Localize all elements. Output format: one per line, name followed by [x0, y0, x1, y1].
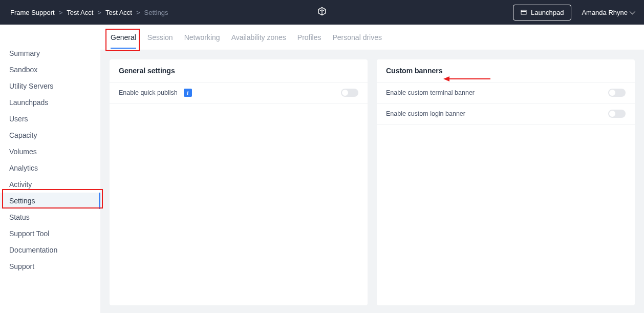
user-menu[interactable]: Amanda Rhyne	[582, 9, 634, 16]
row-label-text: Enable custom terminal banner	[386, 89, 475, 96]
breadcrumb-item-1[interactable]: Test Acct	[67, 9, 93, 16]
launchpad-label: Launchpad	[531, 9, 564, 16]
content-area: Summary Sandbox Utility Servers Launchpa…	[0, 25, 644, 313]
toggle-knob	[342, 90, 348, 96]
tabs: General Session Networking Availability …	[100, 25, 644, 50]
toggle-knob	[609, 90, 615, 96]
info-icon[interactable]: i	[184, 89, 192, 97]
tab-general[interactable]: General	[111, 26, 136, 49]
sidebar-item-capacity[interactable]: Capacity	[0, 127, 100, 143]
tab-personal-drives[interactable]: Personal drives	[332, 26, 382, 49]
panel-title: General settings	[119, 67, 175, 75]
svg-rect-0	[521, 10, 526, 14]
sidebar-item-documentation[interactable]: Documentation	[0, 242, 100, 258]
breadcrumb: Frame Support > Test Acct > Test Acct > …	[10, 9, 513, 16]
sidebar-item-users[interactable]: Users	[0, 111, 100, 127]
main-content: General Session Networking Availability …	[100, 25, 644, 313]
tab-availability-zones[interactable]: Availability zones	[231, 26, 286, 49]
panels: General settings Enable quick publish i …	[100, 50, 644, 313]
sidebar-item-support[interactable]: Support	[0, 258, 100, 275]
custom-banners-panel: Custom banners Enable custom terminal ba…	[377, 59, 635, 305]
breadcrumb-separator: >	[97, 9, 101, 16]
top-header: Frame Support > Test Acct > Test Acct > …	[0, 0, 644, 25]
general-settings-panel: General settings Enable quick publish i	[110, 59, 368, 305]
enable-custom-login-banner-toggle[interactable]	[608, 110, 626, 118]
tab-networking[interactable]: Networking	[184, 26, 220, 49]
row-label: Enable quick publish i	[119, 89, 192, 97]
sidebar-item-volumes[interactable]: Volumes	[0, 143, 100, 160]
sidebar-item-support-tool[interactable]: Support Tool	[0, 225, 100, 242]
sidebar-item-summary[interactable]: Summary	[0, 45, 100, 61]
enable-quick-publish-toggle[interactable]	[341, 89, 358, 97]
chevron-down-icon	[630, 9, 635, 14]
enable-quick-publish-row: Enable quick publish i	[110, 82, 368, 103]
breadcrumb-separator: >	[136, 9, 140, 16]
enable-custom-terminal-banner-toggle[interactable]	[608, 89, 626, 97]
sidebar-item-settings[interactable]: Settings	[0, 193, 100, 209]
breadcrumb-item-0[interactable]: Frame Support	[10, 9, 55, 16]
sidebar-item-analytics[interactable]: Analytics	[0, 160, 100, 176]
cube-icon	[317, 7, 327, 16]
breadcrumb-separator: >	[59, 9, 63, 16]
tab-session[interactable]: Session	[147, 26, 173, 49]
sidebar-item-status[interactable]: Status	[0, 209, 100, 225]
enable-custom-terminal-banner-row: Enable custom terminal banner	[377, 82, 635, 103]
tab-profiles[interactable]: Profiles	[297, 26, 321, 49]
sidebar-item-utility-servers[interactable]: Utility Servers	[0, 78, 100, 94]
sidebar-item-sandbox[interactable]: Sandbox	[0, 61, 100, 78]
launchpad-button[interactable]: Launchpad	[513, 5, 571, 20]
panel-header: General settings	[110, 59, 368, 82]
row-label-text: Enable quick publish	[119, 89, 178, 96]
toggle-knob	[609, 111, 615, 117]
panel-header: Custom banners	[377, 59, 635, 82]
window-icon	[521, 9, 527, 15]
row-label-text: Enable custom login banner	[386, 110, 465, 117]
row-label: Enable custom terminal banner	[386, 89, 475, 96]
user-name: Amanda Rhyne	[582, 9, 628, 16]
header-right: Launchpad Amanda Rhyne	[513, 5, 634, 20]
breadcrumb-item-2[interactable]: Test Acct	[105, 9, 132, 16]
sidebar-item-launchpads[interactable]: Launchpads	[0, 94, 100, 111]
breadcrumb-current: Settings	[144, 9, 168, 16]
header-logo[interactable]	[317, 7, 327, 18]
row-label: Enable custom login banner	[386, 110, 465, 117]
panel-title: Custom banners	[386, 67, 442, 75]
enable-custom-login-banner-row: Enable custom login banner	[377, 103, 635, 124]
sidebar-item-activity[interactable]: Activity	[0, 176, 100, 193]
sidebar: Summary Sandbox Utility Servers Launchpa…	[0, 25, 100, 313]
